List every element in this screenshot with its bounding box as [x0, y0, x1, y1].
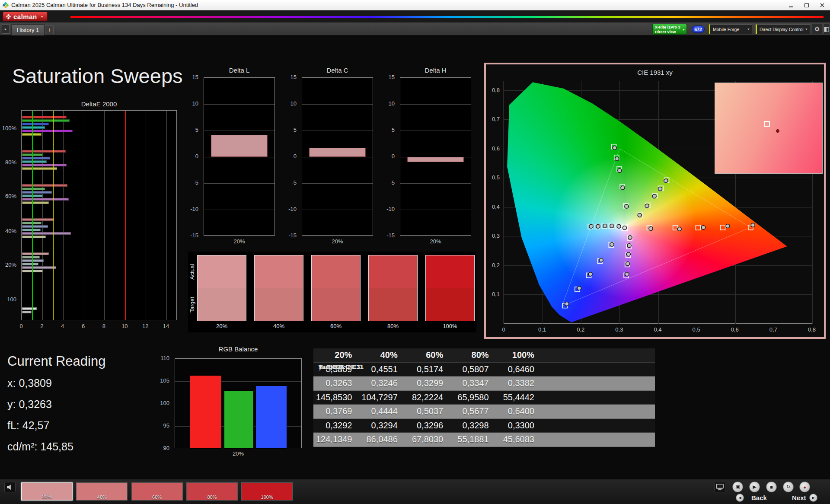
layout-button[interactable]: ◧	[823, 24, 830, 34]
delta-x-label: 20%	[302, 238, 373, 245]
deltae-bar	[22, 184, 67, 187]
delta-h-chart: Delta H 151050-5-10-15 20%	[400, 63, 471, 249]
delta-value-bar	[309, 148, 366, 157]
delta-y-label: 5	[186, 127, 198, 133]
table-row: Target y:CIE310,32920,32940,32960,32980,…	[313, 419, 655, 433]
table-cell: 45,6083	[496, 433, 541, 447]
delta-y-label: 15	[284, 74, 297, 80]
rgb-y-label: 110	[152, 355, 169, 361]
inset-measured-marker	[776, 129, 779, 133]
cie-measured-point	[627, 244, 631, 248]
display-control-dropdown[interactable]: Direct Display Control ▼	[756, 24, 810, 34]
calman-window: Calman 2025 Calman Ultimate for Business…	[0, 0, 830, 504]
add-tab-button[interactable]: +	[45, 26, 54, 34]
calman-menu-button[interactable]: calman ▼	[3, 12, 48, 21]
deltae-reference-line	[53, 111, 54, 320]
deltae-y-label: 100	[0, 296, 16, 303]
pattern-swatch-label: 40%	[77, 494, 127, 500]
cie-measured-point	[677, 227, 681, 231]
tab-bar: ▸ History 1 +	[0, 22, 830, 35]
deltae-bar	[22, 116, 67, 118]
deltae-bar	[22, 266, 56, 269]
meter-status-button[interactable]	[4, 482, 16, 492]
table-header-row: 20%40%60%80%100%	[313, 348, 655, 363]
loop-button[interactable]: ↻	[783, 482, 794, 492]
deltae-bar	[22, 236, 46, 238]
next-step-button[interactable]: ▶	[809, 494, 817, 502]
delta-gridline	[302, 104, 373, 105]
delta-plot	[400, 77, 471, 236]
maximize-button[interactable]	[799, 0, 814, 10]
rgb-y-label: 90	[152, 445, 169, 451]
pattern-window-button[interactable]: ▣	[732, 482, 743, 492]
deltae-bar	[22, 130, 73, 132]
delta-gridline	[204, 157, 275, 157]
delta-x-label: 20%	[204, 238, 275, 245]
rgb-y-label: 95	[152, 422, 169, 429]
pattern-swatch-label: 80%	[187, 494, 237, 500]
deltae-bar	[22, 126, 45, 129]
cie-measured-point	[610, 224, 614, 228]
table-cell: 82,2224	[405, 391, 450, 405]
delta-y-label: -10	[284, 206, 297, 212]
pattern-swatch[interactable]: 60%	[131, 482, 183, 501]
delta-y-label: -5	[284, 179, 297, 186]
stop-button[interactable]: ■	[766, 482, 777, 492]
settings-button[interactable]: ⚙	[812, 24, 822, 34]
delta-gridline	[400, 183, 471, 184]
delta-gridline	[400, 104, 471, 105]
source-dropdown[interactable]: Mobile Forge ▼	[709, 24, 752, 34]
table-cell: 0,4444	[359, 405, 404, 418]
pattern-display-button[interactable]	[714, 482, 725, 492]
plus-icon: +	[48, 26, 51, 33]
cie-target-point	[673, 225, 678, 230]
inset-target-marker	[764, 121, 770, 127]
deltae-x-label: 0	[19, 323, 22, 329]
cie-x-label: 0,1	[538, 326, 546, 333]
title-bar: Calman 2025 Calman Ultimate for Business…	[0, 0, 830, 10]
deltae-gridline	[63, 111, 64, 320]
minimize-icon	[789, 6, 793, 7]
rgb-y-label: 100	[152, 400, 169, 406]
white-point-measured	[622, 226, 626, 230]
cie-y-axis: 0,80,70,60,50,40,30,20,1	[486, 81, 501, 324]
cie-measured-point	[726, 224, 730, 228]
meter-selector-button[interactable]: X-Rite i1Pro 3 Direct View ▼	[652, 24, 687, 35]
delta-y-label: -15	[186, 232, 198, 239]
rgb-y-label: 105	[152, 377, 169, 384]
pattern-swatch[interactable]: 20%	[21, 482, 73, 501]
cie-measured-point	[626, 262, 630, 265]
next-button[interactable]: Next	[787, 494, 830, 501]
table-row: Target x:CIE310,37690,44440,50370,56770,…	[313, 405, 655, 419]
play-button[interactable]: ▶	[749, 482, 760, 492]
pattern-swatch[interactable]: 80%	[186, 482, 238, 501]
delta-y-label: 0	[284, 153, 297, 159]
pattern-swatch[interactable]: 40%	[76, 482, 128, 501]
table-cell: 0,6460	[496, 363, 541, 376]
swatch-target	[426, 288, 474, 321]
record-button[interactable]: ●	[799, 482, 810, 492]
tab-history-1[interactable]: History 1	[11, 24, 45, 35]
cie-measured-point	[649, 226, 653, 230]
delta-y-axis: 151050-5-10-15	[284, 77, 299, 236]
deltae-bar	[22, 259, 44, 262]
collapse-arrow-button[interactable]: ▸	[2, 24, 10, 34]
back-step-button[interactable]: ◀	[736, 494, 744, 502]
deltae-chart	[21, 110, 177, 320]
swatch-label: 40%	[254, 323, 303, 329]
pattern-swatch[interactable]: 100%	[241, 482, 293, 501]
close-button[interactable]	[814, 0, 830, 10]
cie-y-label: 0,6	[486, 145, 500, 152]
delta-gridline	[204, 131, 275, 131]
calman-logo: calman	[13, 13, 37, 20]
deltae-bar	[22, 167, 57, 170]
table-column-header: 80%	[450, 348, 495, 362]
deltae-bar	[22, 307, 37, 310]
table-row: Target Y124,134986,048667,803055,188145,…	[313, 433, 655, 447]
minimize-button[interactable]	[783, 0, 799, 10]
collapse-arrow-icon: ▸	[5, 27, 7, 31]
deltae-gridline	[42, 111, 43, 320]
cie-measured-point	[751, 223, 755, 227]
display-control-label: Direct Display Control	[760, 27, 804, 32]
maximize-icon	[804, 3, 809, 7]
